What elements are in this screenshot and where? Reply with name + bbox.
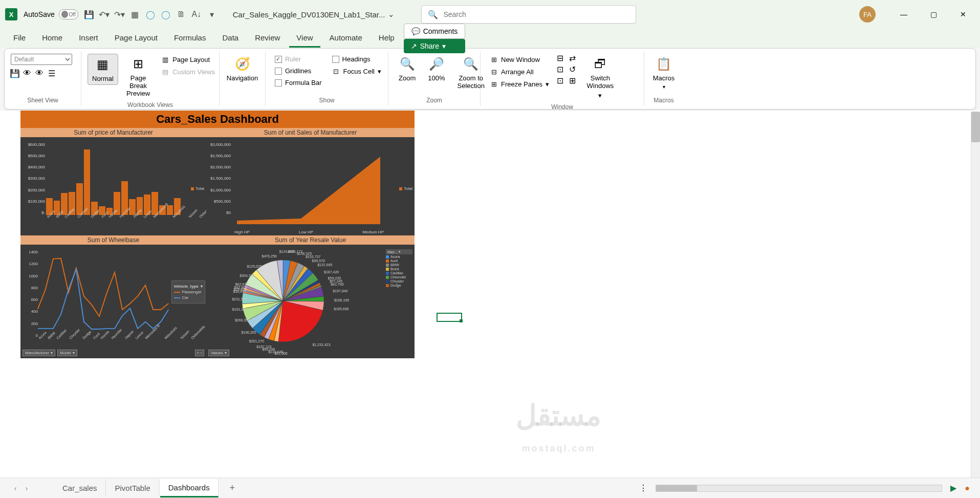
pie-legend-title[interactable]: Man... ▾ (386, 249, 412, 254)
chart3-title: Sum of Wheelbase (20, 235, 206, 245)
qa-more-icon[interactable]: ▾ (207, 10, 216, 19)
user-avatar[interactable]: FA (859, 6, 876, 23)
zoom-button[interactable]: 🔍Zoom (395, 54, 420, 84)
page-layout-button[interactable]: ▥Page Layout (158, 54, 218, 65)
chart1-xaxis: AcuraBMWCadillacChryslerDodgeFordHondaHy… (46, 216, 181, 234)
tab-help[interactable]: Help (372, 29, 402, 48)
vertical-scrollbar[interactable] (971, 112, 980, 478)
qa-icon-3[interactable]: ◯ (161, 10, 170, 19)
minimize-icon[interactable]: — (892, 6, 916, 23)
save-icon[interactable]: 💾 (84, 10, 94, 19)
group-window-label: Window (487, 101, 638, 111)
dashboard-title: Cars_Sales Dashboard (20, 111, 415, 128)
close-icon[interactable]: ✕ (951, 6, 975, 23)
vertical-scroll-thumb[interactable] (971, 112, 980, 142)
switch-windows-button[interactable]: 🗗Switch Windows ▾ (581, 54, 620, 101)
qa-icon-1[interactable]: ▦ (130, 10, 140, 19)
keep-icon[interactable]: 💾 (11, 69, 19, 77)
chart3-legend: Vehicle_type ▾ Passenger Car (171, 280, 205, 304)
tab-insert[interactable]: Insert (72, 29, 105, 48)
selected-cell[interactable] (437, 313, 462, 322)
autosave-state: Off (69, 12, 76, 17)
tab-file[interactable]: File (6, 29, 33, 48)
exit-icon[interactable]: 👁 (23, 69, 31, 77)
normal-view-button[interactable]: ▦ Normal (88, 54, 118, 85)
undo-icon[interactable]: ↶▾ (100, 10, 109, 19)
headings-checkbox[interactable]: Headings (329, 54, 384, 64)
new-window-button[interactable]: ⊞New Window (487, 54, 552, 65)
tab-view[interactable]: View (289, 29, 320, 48)
sort-icon[interactable]: A↓ (192, 10, 201, 19)
watermark: مستقلmostaql.com (516, 403, 601, 454)
unhide-icon[interactable]: ⊡ (556, 76, 564, 84)
values-filter[interactable]: Values ▾ (208, 350, 229, 356)
horizontal-scroll-thumb[interactable] (656, 485, 697, 491)
chart2-legend: Total (399, 186, 412, 191)
sheet-tab-dashboards[interactable]: Dashboards (160, 479, 219, 497)
options-icon[interactable]: ☰ (48, 69, 56, 77)
sheet-tab-pivot[interactable]: PivotTable (107, 480, 159, 496)
svg-marker-0 (237, 157, 380, 224)
page-break-button[interactable]: ⊞ Page Break Preview (122, 54, 154, 99)
ruler-checkbox[interactable]: Ruler (272, 54, 325, 64)
pie-legend: Man... ▾ Acura Audi BMW Buick Cadillac C… (386, 249, 412, 288)
expand-filter[interactable]: + − (195, 350, 204, 356)
tab-home[interactable]: Home (35, 29, 70, 48)
scroll-end-icon[interactable]: ● (965, 484, 970, 493)
share-button[interactable]: ↗ Share ▾ (404, 39, 466, 53)
reset-pos-icon[interactable]: ↺ (569, 65, 577, 73)
sheet-view-select[interactable]: Default (11, 54, 72, 65)
new-icon[interactable]: 👁 (35, 69, 43, 77)
redo-icon[interactable]: ↷▾ (115, 10, 124, 19)
filename[interactable]: Car_Sales_Kaggle_DV0130EN_Lab1_Star... ⌄ (233, 10, 395, 19)
tab-data[interactable]: Data (215, 29, 246, 48)
chart3-body[interactable]: 1400120010008006004002000 Vehicle_type ▾… (20, 245, 206, 358)
qa-icon-4[interactable]: 🗎 (177, 10, 186, 19)
comments-button[interactable]: 💬 Comments (404, 24, 466, 39)
chart4-body[interactable]: $155,172$156,525$153,737$90,570$137,695$… (206, 245, 415, 358)
pie-labels: $155,172$156,525$153,737$90,570$137,695$… (206, 245, 384, 348)
model-filter[interactable]: Model ▾ (57, 350, 77, 356)
qa-icon-2[interactable]: ◯ (146, 10, 155, 19)
horizontal-scrollbar[interactable] (656, 485, 942, 492)
filename-dropdown-icon[interactable]: ⌄ (388, 10, 395, 19)
sync-scroll-icon[interactable]: ⇄ (569, 54, 577, 62)
share-dropdown-icon[interactable]: ▾ (442, 42, 446, 50)
tab-page-layout[interactable]: Page Layout (107, 29, 165, 48)
scroll-right-icon[interactable]: ▶ (950, 483, 956, 493)
focus-cell-button[interactable]: ⊡Focus Cell ▾ (329, 66, 384, 77)
chart1-body[interactable]: $600,000$500,000$400,000$300,000$200,000… (20, 137, 206, 235)
chart4-title: Sum of Year Resale Value (206, 235, 415, 245)
gridlines-checkbox[interactable]: Gridlines (272, 66, 325, 76)
view-side-icon[interactable]: ⊞ (569, 76, 577, 84)
maximize-icon[interactable]: ▢ (922, 6, 945, 23)
sheet-tab-car-sales[interactable]: Car_sales (54, 480, 106, 496)
arrange-all-icon: ⊟ (490, 68, 498, 76)
manufacturer-filter[interactable]: Manufacturer ▾ (23, 350, 55, 356)
search-box[interactable]: 🔍 (421, 5, 636, 24)
split-icon[interactable]: ⊟ (556, 54, 564, 62)
share-icon: ↗ (411, 42, 417, 50)
hide-icon[interactable]: ⊡ (556, 65, 564, 73)
prev-sheet-icon[interactable]: ‹ (10, 483, 20, 493)
autosave-toggle[interactable]: AutoSave Off (24, 9, 78, 19)
page-layout-icon: ▥ (161, 55, 169, 63)
freeze-panes-button[interactable]: ⊞Freeze Panes ▾ (487, 78, 552, 90)
macros-button[interactable]: 📋Macros▾ (650, 54, 677, 92)
navigation-button[interactable]: 🧭 Navigation (226, 54, 259, 84)
add-sheet-icon[interactable]: + (225, 481, 240, 496)
next-sheet-icon[interactable]: › (21, 483, 32, 493)
chart2-body[interactable]: $3,000,000$2,500,000$2,000,000$1,500,000… (206, 137, 415, 235)
formula-bar-checkbox[interactable]: Formula Bar (272, 77, 325, 88)
chart2-xaxis: High HPLow HPMedium HP (234, 230, 384, 234)
arrange-all-button[interactable]: ⊟Arrange All (487, 66, 552, 77)
zoom-100-button[interactable]: 🔎100% (424, 54, 449, 84)
custom-views-button[interactable]: ▤Custom Views (158, 66, 218, 77)
tab-review[interactable]: Review (248, 29, 287, 48)
comments-icon: 💬 (411, 27, 420, 35)
tab-formulas[interactable]: Formulas (167, 29, 213, 48)
dashboard: Cars_Sales Dashboard Sum of price of Man… (20, 111, 415, 358)
search-input[interactable] (443, 10, 629, 18)
tab-automate[interactable]: Automate (322, 29, 369, 48)
group-zoom-label: Zoom (395, 95, 474, 104)
